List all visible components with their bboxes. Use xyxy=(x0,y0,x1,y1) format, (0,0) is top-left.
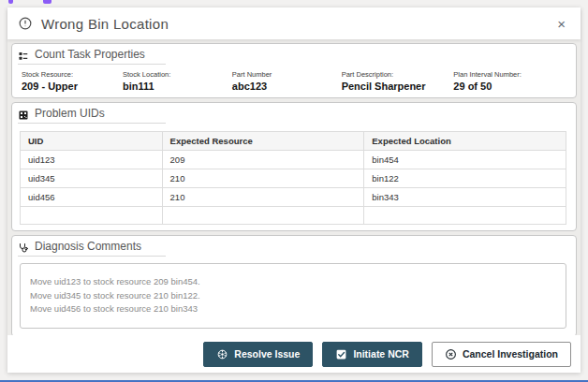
cropped-text-artifact xyxy=(8,0,13,4)
field-label: Plan Interval Number: xyxy=(453,70,568,79)
field-label: Stock Resource: xyxy=(22,70,123,79)
cell-uid xyxy=(21,207,163,225)
dialog-title: Wrong Bin Location xyxy=(41,16,169,32)
diagnosis-comments-input[interactable]: Move uid123 to stock resource 209 bin454… xyxy=(20,263,566,329)
button-label: Resolve Issue xyxy=(234,348,300,360)
close-icon[interactable]: × xyxy=(553,15,569,33)
list-details-icon xyxy=(18,49,29,60)
section-title: Problem UIDs xyxy=(35,107,105,120)
problem-uids-header: Problem UIDs xyxy=(18,107,166,124)
column-header-expected-location: Expected Location xyxy=(364,132,566,151)
cell-expected-resource: 210 xyxy=(162,188,364,207)
cell-expected-resource: 210 xyxy=(162,169,364,188)
cell-expected-resource: 209 xyxy=(162,151,364,169)
cell-expected-resource xyxy=(162,207,364,225)
field-stock-location: Stock Location: bin111 xyxy=(123,70,232,92)
field-value: bin111 xyxy=(123,81,232,92)
field-value: abc123 xyxy=(232,81,342,92)
field-stock-resource: Stock Resource: 209 - Upper xyxy=(22,70,123,92)
dialog-footer: Resolve Issue Initiate NCR Cancel Invest… xyxy=(7,335,581,373)
cell-expected-location: bin122 xyxy=(364,169,566,188)
column-header-expected-resource: Expected Resource xyxy=(162,132,364,151)
button-label: Initiate NCR xyxy=(353,348,409,360)
alert-circle-icon xyxy=(19,17,32,30)
dialog-header: Wrong Bin Location × xyxy=(7,7,581,39)
cell-expected-location: bin454 xyxy=(364,151,566,169)
section-title: Count Task Properties xyxy=(35,48,145,61)
resolve-issue-button[interactable]: Resolve Issue xyxy=(203,342,313,367)
cell-expected-location: bin343 xyxy=(364,188,566,207)
field-value: Pencil Sharpener xyxy=(342,81,454,92)
cell-uid: uid123 xyxy=(21,151,163,169)
column-header-uid: UID xyxy=(21,132,163,151)
comment-line: Move uid123 to stock resource 209 bin454… xyxy=(30,275,556,289)
field-label: Part Description: xyxy=(342,70,454,79)
cancel-investigation-button[interactable]: Cancel Investigation xyxy=(432,342,571,367)
section-title: Diagnosis Comments xyxy=(35,240,141,253)
problem-uids-card: Problem UIDs UID Expected Resource Expec… xyxy=(11,102,577,231)
field-label: Stock Location: xyxy=(123,70,232,79)
cell-uid: uid456 xyxy=(21,188,163,207)
count-task-properties-header: Count Task Properties xyxy=(18,48,166,65)
table-row-empty[interactable] xyxy=(21,207,566,225)
diagnosis-comments-header: Diagnosis Comments xyxy=(18,240,166,257)
cropped-text-artifact xyxy=(43,0,51,4)
cancel-circle-icon xyxy=(445,348,457,360)
field-value: 29 of 50 xyxy=(453,81,568,92)
table-header-row: UID Expected Resource Expected Location xyxy=(21,132,566,151)
count-task-properties-card: Count Task Properties Stock Resource: 20… xyxy=(11,43,577,98)
cell-uid: uid345 xyxy=(21,169,163,188)
wrong-bin-location-dialog: Wrong Bin Location × Count Task Properti… xyxy=(7,7,581,373)
comment-line: Move uid456 to stock resource 210 bin343 xyxy=(30,302,556,316)
initiate-ncr-button[interactable]: Initiate NCR xyxy=(322,342,422,367)
field-plan-interval-number: Plan Interval Number: 29 of 50 xyxy=(453,70,568,92)
count-task-fields: Stock Resource: 209 - Upper Stock Locati… xyxy=(18,70,568,92)
field-label: Part Number xyxy=(232,70,342,79)
table-row[interactable]: uid123 209 bin454 xyxy=(21,151,566,169)
stethoscope-icon xyxy=(18,241,29,252)
cell-expected-location xyxy=(364,207,566,225)
field-part-number: Part Number abc123 xyxy=(232,70,342,92)
diagnosis-comments-card: Diagnosis Comments Move uid123 to stock … xyxy=(11,235,577,335)
table-row[interactable]: uid345 210 bin122 xyxy=(21,169,566,188)
field-value: 209 - Upper xyxy=(22,81,123,92)
uid-tag-icon xyxy=(18,108,29,119)
comment-line: Move uid345 to stock resource 210 bin122… xyxy=(30,289,556,303)
resolve-gear-icon xyxy=(216,348,228,360)
checkbox-check-icon xyxy=(335,348,347,360)
table-row[interactable]: uid456 210 bin343 xyxy=(21,188,566,207)
field-part-description: Part Description: Pencil Sharpener xyxy=(342,70,454,92)
button-label: Cancel Investigation xyxy=(463,348,558,360)
problem-uids-table: UID Expected Resource Expected Location … xyxy=(20,131,566,225)
dialog-body: Count Task Properties Stock Resource: 20… xyxy=(7,39,581,335)
